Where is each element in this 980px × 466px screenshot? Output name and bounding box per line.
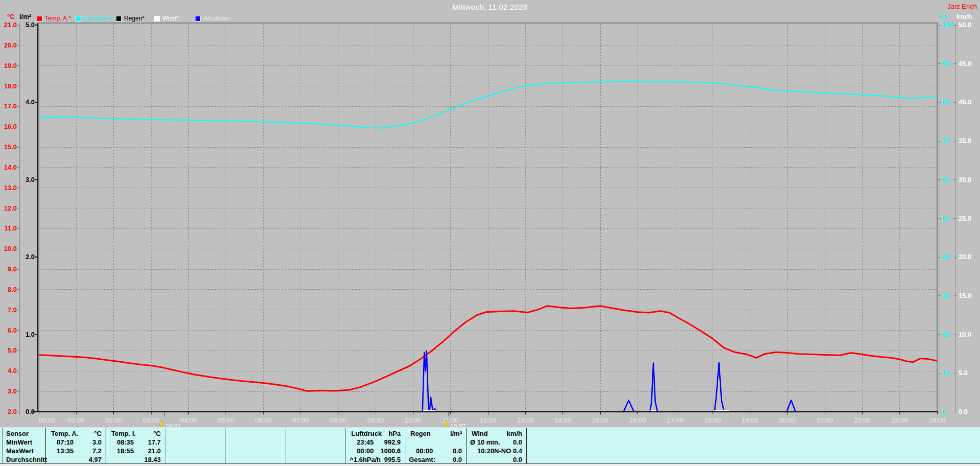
wind-axis-label: 25.0	[959, 215, 971, 222]
time-axis-label: 13:00	[517, 416, 534, 424]
table-col-unit: °C	[71, 430, 102, 438]
temp-axis-label: 20.0	[4, 41, 17, 49]
table-cell-value: 21.0	[120, 447, 161, 455]
time-axis-label: 17:00	[667, 416, 683, 424]
table-column-divider	[3, 428, 3, 463]
time-axis-label: 07:00	[292, 416, 309, 424]
table-bottom-strip	[0, 464, 980, 466]
humidity-axis-label: 80	[942, 98, 949, 106]
table-cell-value: 0.0	[421, 456, 462, 464]
table-cell-value: 3.0	[61, 438, 102, 447]
time-axis-label: 24:00	[929, 416, 946, 424]
humidity-axis-label: 30	[942, 292, 949, 299]
table-body: SensorMinWertMaxWertDurchschnittTemp. A.…	[0, 428, 980, 464]
time-axis-label: 15:00	[592, 416, 609, 424]
time-axis-label: 06:00	[255, 416, 272, 424]
table-cell-value: 7.2	[61, 447, 102, 455]
time-axis-label: 18:00	[704, 416, 721, 424]
time-axis-label: 02:00	[105, 416, 122, 424]
table-column-divider	[405, 428, 405, 463]
time-axis-label: 03:00	[143, 416, 160, 424]
temp-axis-label: 6.0	[8, 327, 17, 334]
wind-axis-label: 40.0	[959, 98, 971, 106]
temp-axis-label: 14.0	[4, 164, 17, 171]
humidity-axis-label: 40	[942, 253, 949, 261]
table-column-divider	[106, 428, 106, 463]
wind-axis-label: 50.0	[959, 21, 971, 29]
table-cell-value: 1000.6	[360, 447, 401, 455]
time-axis-label: 12:00	[480, 416, 497, 424]
wind-axis-label: 20.0	[959, 253, 971, 261]
humidity-axis-label: 0	[942, 408, 946, 415]
time-axis-label: 20:00	[779, 416, 796, 424]
temp-axis-label: 4.0	[8, 367, 17, 375]
table-cell-value: 4.97	[61, 456, 102, 464]
temp-axis-label: 19.0	[4, 62, 17, 69]
time-axis-label: 14:00	[554, 416, 571, 424]
time-axis-label: 05:00	[217, 416, 234, 424]
temp-axis-label: 18.0	[4, 82, 17, 90]
statistics-table: SensorMinWertMaxWertDurchschnittTemp. A.…	[0, 427, 980, 466]
time-axis-label: 21:00	[817, 416, 834, 424]
table-cell-value: 992.9	[360, 438, 401, 447]
table-cell-value: 17.7	[120, 438, 161, 447]
table-column-divider	[285, 428, 285, 463]
series-windben	[650, 363, 658, 412]
rain-axis-label: 1.0	[26, 331, 35, 338]
table-column-divider	[226, 428, 226, 463]
table-column-divider	[346, 428, 346, 463]
table-col-name: Wind	[472, 430, 488, 438]
rain-axis-label: 5.0	[26, 21, 35, 29]
humidity-axis-label: 70	[942, 137, 949, 145]
wind-axis-label: 5.0	[959, 369, 968, 377]
table-col-unit: l/m²	[431, 430, 462, 438]
time-axis-label: 16:00	[629, 416, 646, 424]
series-windben	[787, 400, 796, 412]
temp-axis-label: 21.0	[4, 21, 17, 29]
temp-axis-label: 9.0	[8, 265, 17, 273]
table-col-unit: hPa	[370, 430, 401, 438]
table-row-header: Sensor	[6, 430, 29, 438]
table-col-unit: km/h	[492, 430, 522, 438]
table-col-unit: °C	[130, 430, 161, 438]
table-cell-value: 18.43	[120, 456, 161, 464]
table-row-header: MaxWert	[6, 447, 34, 455]
humidity-axis-label: 60	[942, 176, 949, 183]
series-windben	[715, 363, 724, 412]
wind-axis-label: 0.0	[959, 408, 968, 415]
table-cell-value: 0.0	[481, 438, 522, 447]
rain-axis-label: 4.0	[26, 98, 35, 106]
time-axis-label: 10:00	[405, 416, 422, 424]
temp-axis-label: 8.0	[8, 286, 17, 293]
temp-axis-label: 3.0	[8, 387, 17, 395]
table-cell-value: 0.0	[481, 456, 522, 464]
table-cell-value: 0.0	[421, 447, 462, 455]
wind-axis-label: 15.0	[959, 292, 971, 299]
series-windben	[423, 351, 437, 412]
time-axis-label: 04:00	[180, 416, 197, 424]
rain-axis-label: 3.0	[26, 176, 35, 183]
weather-chart: 21.020.019.018.017.016.015.014.013.012.0…	[0, 0, 980, 466]
time-axis-label: 09:00	[368, 416, 384, 424]
humidity-axis-label: 20	[942, 331, 949, 338]
table-column-divider	[466, 428, 467, 463]
temp-axis-label: 11.0	[4, 224, 17, 232]
temp-axis-label: 16.0	[4, 123, 17, 130]
time-axis-label: 01:00	[68, 416, 85, 424]
wind-axis-label: 10.0	[959, 331, 971, 338]
table-col-name: Regen	[410, 430, 431, 438]
temp-axis-label: 5.0	[8, 346, 17, 354]
rain-axis-label: 2.0	[26, 253, 35, 261]
time-axis-label: 00:00	[39, 416, 56, 424]
temp-axis-label: 17.0	[4, 102, 17, 110]
table-column-divider	[165, 428, 165, 463]
table-cell-value: 995.5	[360, 456, 401, 464]
wind-axis-label: 45.0	[959, 60, 971, 67]
temp-axis-label: 2.0	[8, 408, 17, 415]
table-row-header: Durchschnitt	[6, 456, 47, 464]
temp-axis-label: 10.0	[4, 245, 17, 252]
temp-axis-label: 12.0	[4, 204, 17, 212]
time-axis-label: 08:00	[330, 416, 347, 424]
humidity-axis-label: 100	[942, 21, 953, 29]
wind-axis-label: 35.0	[959, 137, 971, 145]
